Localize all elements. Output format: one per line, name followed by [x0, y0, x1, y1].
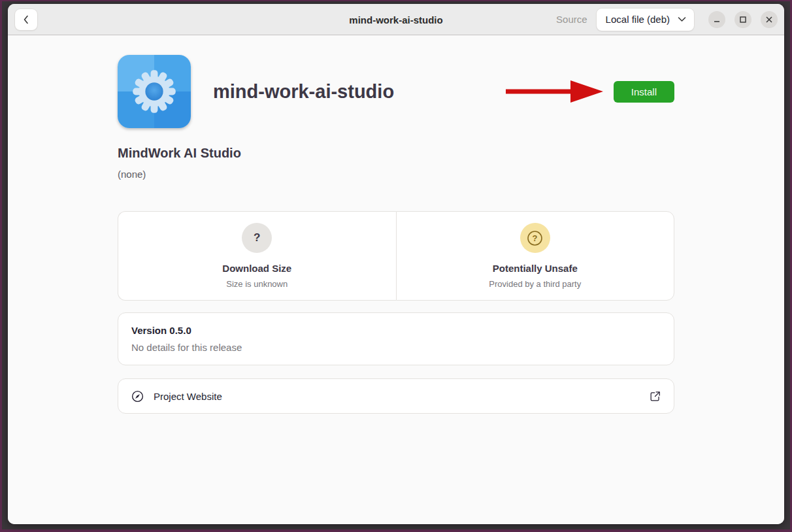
app-package-title: mind-work-ai-studio	[213, 81, 394, 103]
install-button[interactable]: Install	[614, 81, 674, 103]
headerbar-right: Source Local file (deb)	[556, 8, 778, 31]
app-header-row: mind-work-ai-studio Install	[118, 55, 674, 128]
source-dropdown-value: Local file (deb)	[606, 14, 670, 25]
tile-caption: Size is unknown	[226, 279, 288, 289]
circled-question-mark-icon: ?	[520, 223, 550, 253]
chevron-down-icon	[678, 16, 686, 22]
tile-title: Potentially Unsafe	[493, 263, 578, 274]
back-button[interactable]	[14, 8, 38, 31]
window-title: mind-work-ai-studio	[349, 14, 442, 25]
minimize-icon	[713, 16, 721, 24]
project-website-row[interactable]: Project Website	[118, 378, 674, 414]
app-display-name: MindWork AI Studio	[118, 146, 674, 161]
compass-icon	[131, 390, 144, 403]
maximize-icon	[739, 16, 747, 24]
svg-text:?: ?	[533, 233, 538, 243]
gear-icon	[129, 66, 180, 117]
window-shadow-frame: mind-work-ai-studio Source Local file (d…	[2, 1, 790, 529]
app-developer: (none)	[118, 169, 674, 180]
source-dropdown[interactable]: Local file (deb)	[596, 8, 695, 31]
window-controls	[708, 11, 778, 28]
close-icon	[765, 16, 773, 24]
maximize-button[interactable]	[734, 11, 751, 28]
question-mark-icon: ?	[242, 223, 272, 253]
tile-title: Download Size	[222, 263, 291, 274]
software-window: mind-work-ai-studio Source Local file (d…	[8, 4, 784, 524]
context-tiles: ? Download Size Size is unknown ? Potent…	[118, 211, 674, 301]
chevron-left-icon	[21, 14, 31, 25]
safety-tile[interactable]: ? Potentially Unsafe Provided by a third…	[396, 211, 675, 301]
version-title: Version 0.5.0	[131, 325, 661, 336]
app-details-page: mind-work-ai-studio Install MindWork AI …	[8, 35, 784, 524]
red-arrow-annotation-icon	[506, 77, 604, 106]
version-card: Version 0.5.0 No details for this releas…	[118, 312, 674, 365]
app-icon	[118, 55, 191, 128]
external-link-icon[interactable]	[649, 390, 661, 403]
project-website-label: Project Website	[154, 391, 222, 402]
close-button[interactable]	[761, 11, 778, 28]
source-label: Source	[556, 14, 587, 25]
download-size-tile[interactable]: ? Download Size Size is unknown	[118, 211, 396, 301]
headerbar: mind-work-ai-studio Source Local file (d…	[8, 4, 784, 35]
tile-caption: Provided by a third party	[489, 279, 581, 289]
version-detail: No details for this release	[131, 342, 661, 353]
content-container: mind-work-ai-studio Install MindWork AI …	[118, 35, 674, 414]
minimize-button[interactable]	[708, 11, 725, 28]
install-zone: Install	[506, 77, 674, 106]
